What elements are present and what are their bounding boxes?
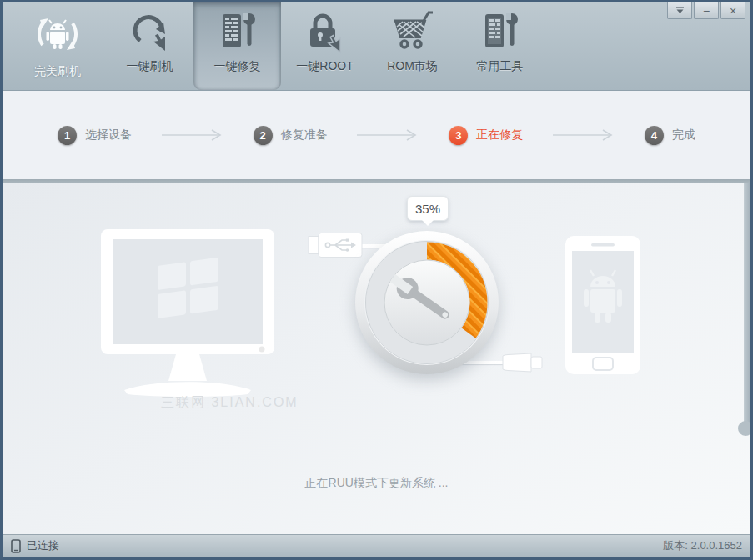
- phone-icon: [11, 539, 21, 553]
- nav-item-label: 一键刷机: [127, 59, 173, 74]
- arrow-right-icon: [355, 128, 420, 142]
- nav-item-flash[interactable]: 一键刷机: [106, 2, 193, 90]
- shopping-cart-icon: [390, 2, 435, 58]
- nav-item-label: ROM市场: [387, 59, 438, 74]
- step-label: 正在修复: [476, 128, 523, 142]
- app-logo: 完美刷机: [16, 6, 99, 89]
- menu-button[interactable]: [667, 2, 692, 19]
- step-label: 选择设备: [85, 128, 132, 142]
- android-robot-refresh-icon: [32, 6, 83, 62]
- micro-usb-plug-icon: [501, 350, 550, 375]
- toolbar-nav: 一键刷机: [106, 2, 544, 91]
- computer-illustration: [96, 222, 284, 398]
- step-number: 4: [645, 126, 664, 145]
- step-number: 1: [58, 126, 77, 145]
- arrow-right-icon: [160, 128, 225, 142]
- step-number: 3: [449, 126, 468, 145]
- status-message: 正在RUU模式下更新系统 ...: [3, 476, 750, 491]
- nav-item-rom[interactable]: ROM市场: [369, 2, 456, 90]
- nav-item-label: 一键ROOT: [296, 59, 353, 74]
- phone-home-button: [593, 358, 613, 370]
- nav-item-tools[interactable]: 常用工具: [456, 2, 544, 90]
- connection-label: 已连接: [27, 538, 59, 553]
- step-label: 完成: [672, 128, 695, 142]
- close-button[interactable]: ×: [720, 2, 745, 19]
- window-frame: 完美刷机 一键刷机: [3, 2, 750, 557]
- phone-illustration: [563, 232, 646, 378]
- arrow-right-icon: [551, 128, 616, 142]
- step-number: 2: [254, 126, 273, 145]
- nav-item-repair[interactable]: 一键修复: [193, 2, 281, 90]
- toolbar: 完美刷机 一键刷机: [3, 2, 750, 91]
- app-logo-label: 完美刷机: [34, 64, 81, 79]
- padlock-cursor-icon: [304, 2, 347, 58]
- right-edge-handle[interactable]: [738, 421, 750, 436]
- step-repairing: 3 正在修复: [449, 126, 523, 145]
- main-content: 35%: [3, 182, 750, 534]
- status-bar: 已连接 版本: 2.0.0.1652: [3, 534, 750, 557]
- step-label: 修复准备: [281, 128, 328, 142]
- nav-item-root[interactable]: 一键ROOT: [281, 2, 369, 90]
- window-controls: − ×: [665, 2, 745, 19]
- refresh-cursor-icon: [128, 2, 172, 58]
- step-finish: 4 完成: [645, 126, 695, 145]
- app-window: 完美刷机 一键刷机: [0, 0, 753, 560]
- monitor-power-dot: [259, 347, 265, 352]
- version-label: 版本: 2.0.0.1652: [663, 538, 742, 553]
- right-edge-scrollbar[interactable]: [744, 182, 750, 429]
- connection-status: 已连接: [11, 538, 59, 553]
- phone-wrench-icon: [479, 2, 522, 58]
- progress-tooltip: 35%: [407, 196, 449, 221]
- step-select-device: 1 选择设备: [58, 126, 132, 145]
- step-wizard: 1 选择设备 2 修复准备 3 正在修复: [3, 91, 750, 179]
- progress-percent-label: 35%: [415, 202, 440, 216]
- phone-wrench-icon: [216, 2, 259, 58]
- nav-item-label: 常用工具: [477, 59, 524, 74]
- nav-item-label: 一键修复: [214, 59, 261, 74]
- minimize-button[interactable]: −: [694, 2, 719, 19]
- site-watermark: 三联网 3LIAN.COM: [161, 394, 299, 412]
- progress-gauge: [354, 229, 500, 376]
- step-repair-prepare: 2 修复准备: [254, 126, 328, 145]
